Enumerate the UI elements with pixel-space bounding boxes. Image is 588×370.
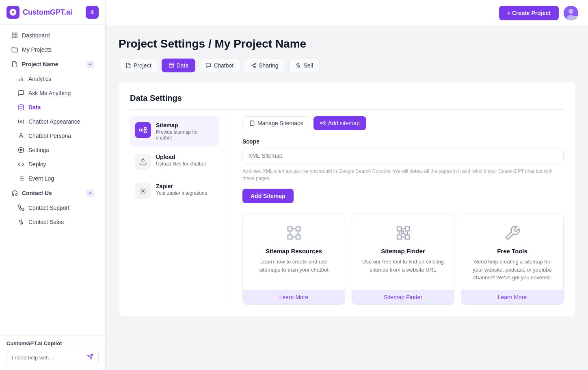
svg-point-10 [20,149,22,151]
copilot-input[interactable] [12,355,84,361]
online-dot [574,16,578,20]
resource-card-free-tools: Free Tools Need help creating a sitemap … [461,213,564,305]
sitemap-finder-icon [393,223,413,243]
resource-card-sitemap-resources: Sitemap Resources Learn how to create an… [242,213,345,305]
resource-card-sitemap-finder: Sitemap Finder Use our free tool to find… [352,213,454,305]
chevron-up-contact-icon [86,189,94,197]
svg-rect-36 [324,121,325,123]
sidebar-item-contact-support-label: Contact Support [28,205,69,211]
tab-data[interactable]: Data [162,59,196,72]
sidebar-item-contact-sales[interactable]: Contact Sales [3,215,102,229]
svg-point-24 [254,63,256,65]
sidebar-item-contact-us[interactable]: Contact Us [3,186,102,200]
manage-sitemaps-button[interactable]: Manage Sitemaps [242,116,310,130]
tab-chatbot-label: Chatbot [214,62,233,69]
free-tools-desc: Need help creating a sitemap for your we… [469,258,555,282]
copilot-title: CustomGPT.ai Copilot [6,340,99,346]
svg-rect-35 [320,122,322,124]
sitemap-finder-btn[interactable]: Sitemap Finder [352,290,454,305]
sidebar-item-deploy-label: Deploy [28,161,46,168]
sidebar-item-settings-label: Settings [28,147,49,153]
zapier-text: Zapier Your zapier integrations [156,183,207,196]
page-title: Project Settings / My Project Name [119,37,575,50]
tab-sell[interactable]: Sell [288,59,320,72]
svg-rect-0 [12,33,14,35]
sidebar: CustomGPT.ai 4 Dashboard My Projects Pro… [0,0,106,370]
scope-hint: Add new XML sitemap just like you would … [242,168,564,182]
sidebar-item-chatbot-appearance[interactable]: Chatbot Appearance [3,115,102,128]
svg-line-47 [404,234,405,235]
sidebar-item-settings[interactable]: Settings [3,143,102,157]
upload-text: Upload Upload files for chatbot [156,154,206,167]
scope-input[interactable] [242,148,564,163]
tab-project-label: Project [134,62,151,69]
add-sitemap-submit-button[interactable]: Add Sitemap [242,189,294,203]
create-project-button[interactable]: + Create Project [499,6,559,20]
svg-rect-37 [324,124,325,125]
sidebar-item-deploy[interactable]: Deploy [3,157,102,171]
sidebar-item-event-log[interactable]: Event Log [3,172,102,185]
sidebar-item-data[interactable]: Data [3,100,102,114]
sitemap-resources-btn[interactable]: Learn More [243,290,345,305]
svg-point-7 [19,104,24,106]
svg-point-26 [254,66,256,68]
data-main-panel: Manage Sitemaps Add sitemap Scope Add ne… [242,116,564,305]
svg-point-23 [169,63,173,65]
tab-bar: Project Data Chatbot Sharing Sell [119,59,575,72]
sidebar-item-dashboard[interactable]: Dashboard [3,28,102,42]
sitemap-finder-desc: Use our free tool to find an existing si… [360,258,446,274]
svg-point-25 [251,65,253,66]
logo-name: CustomGPT.ai [23,8,72,17]
sitemap-resources-icon [284,223,304,243]
sidebar-item-ask-me-anything-label: Ask Me Anything [28,90,71,96]
free-tools-btn[interactable]: Learn More [461,290,563,305]
data-layout: Sitemap Provide sitemap for chatbot Uplo… [130,116,564,305]
sitemap-text: Sitemap Provide sitemap for chatbot [156,122,214,141]
resource-cards: Sitemap Resources Learn how to create an… [242,213,564,305]
card-title: Data Settings [130,94,564,110]
sidebar-item-my-projects[interactable]: My Projects [3,43,102,57]
data-type-sitemap[interactable]: Sitemap Provide sitemap for chatbot [130,116,219,146]
svg-rect-32 [144,131,146,133]
copilot-send-icon[interactable] [87,353,93,361]
svg-rect-31 [144,127,146,129]
free-tools-icon [503,223,522,243]
sitemap-resources-desc: Learn how to create and use sitemaps to … [251,258,337,274]
sidebar-item-contact-sales-label: Contact Sales [28,219,64,225]
sidebar-item-chatbot-persona-label: Chatbot Persona [28,133,71,139]
sidebar-item-my-projects-label: My Projects [22,46,52,53]
svg-line-27 [253,66,254,67]
logo: CustomGPT.ai [6,6,72,19]
scope-label: Scope [242,138,564,145]
main-area: + Create Project Project Settings / My P… [106,0,588,370]
tab-sharing[interactable]: Sharing [244,59,285,72]
sidebar-item-contact-support[interactable]: Contact Support [3,201,102,215]
sidebar-item-ask-me-anything[interactable]: Ask Me Anything [3,86,102,100]
sidebar-item-dashboard-label: Dashboard [22,32,50,39]
sidebar-item-chatbot-appearance-label: Chatbot Appearance [28,118,80,125]
data-settings-card: Data Settings Sitemap Provide sitemap fo… [119,82,575,316]
tab-data-label: Data [177,62,189,69]
tab-sharing-label: Sharing [259,62,278,69]
data-type-upload[interactable]: Upload Upload files for chatbot [130,148,219,176]
add-sitemap-action-label: Add sitemap [328,120,360,126]
sitemap-resources-title: Sitemap Resources [266,248,322,255]
sitemap-finder-title: Sitemap Finder [381,248,425,255]
topbar: + Create Project [106,0,588,26]
sidebar-item-analytics[interactable]: Analytics [3,72,102,86]
sidebar-item-project-name[interactable]: Project Name [3,57,102,72]
sidebar-item-data-label: Data [28,104,41,111]
sidebar-item-chatbot-persona[interactable]: Chatbot Persona [3,129,102,143]
notification-badge[interactable]: 4 [86,6,99,19]
data-type-zapier[interactable]: Zapier Your zapier integrations [130,177,219,205]
chevron-up-icon [86,61,94,68]
svg-point-9 [20,134,22,136]
manage-sitemaps-label: Manage Sitemaps [257,120,303,126]
tab-chatbot[interactable]: Chatbot [199,59,240,72]
tab-project[interactable]: Project [119,59,158,72]
svg-rect-3 [12,36,14,38]
svg-rect-1 [15,33,17,35]
nav-section: Dashboard My Projects Project Name Analy… [0,25,105,335]
data-type-sidebar: Sitemap Provide sitemap for chatbot Uplo… [130,116,219,305]
add-sitemap-action-button[interactable]: Add sitemap [313,116,366,130]
